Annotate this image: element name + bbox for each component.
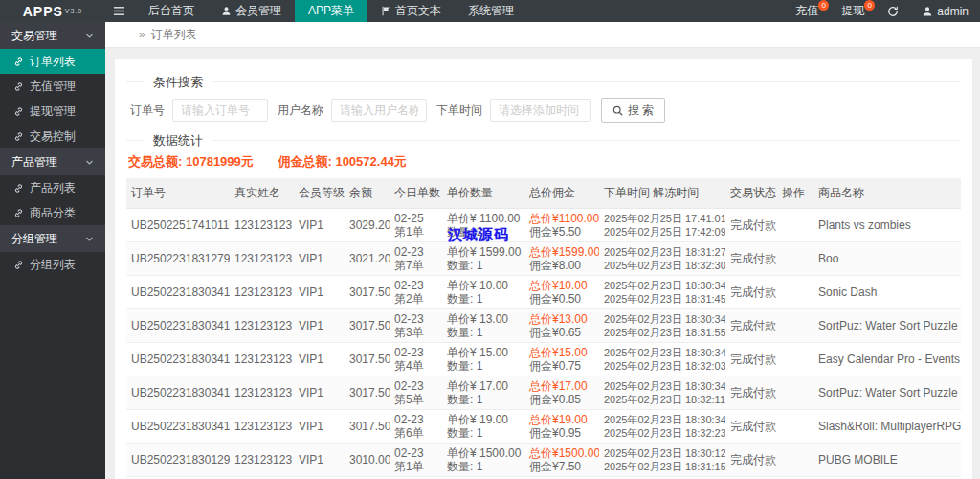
sidebar-item[interactable]: 分组列表 <box>0 252 105 277</box>
link-icon <box>13 57 24 67</box>
topbar: APPSV3.0 后台首页 会员管理 APP菜单 首页文本 系统管理 充值 0 … <box>0 0 980 22</box>
action-cell <box>777 410 813 444</box>
top-nav-item[interactable]: APP菜单 <box>295 0 368 22</box>
daily-count-cell: 02-23第6单 <box>390 410 442 444</box>
order-time-cell: 2025年02月23日 18:30:342025年02月23日 18:32:23 <box>599 410 725 444</box>
trade-total-value: 10781999元 <box>186 154 254 169</box>
column-header: 商品名称 <box>813 178 961 209</box>
action-cell <box>777 209 813 242</box>
real-name-cell: 123123123 <box>230 242 294 276</box>
sidebar-group-header[interactable]: 交易管理 <box>0 22 105 49</box>
balance-cell: 3017.50 <box>345 309 390 343</box>
unit-price-cell: 单价¥ 13.00数量: 1 <box>442 309 524 343</box>
product-name-cell: SortPuz: Water Sort Puzzle <box>813 309 961 343</box>
order-time-cell: 2025年02月23日 18:30:342025年02月23日 18:31:45 <box>599 276 725 309</box>
menu-toggle-icon[interactable] <box>105 0 135 22</box>
app-version: V3.0 <box>65 8 82 14</box>
top-nav-item[interactable]: 后台首页 <box>135 0 208 22</box>
table-row: UB2502231830341323 123123123 VIP1 3017.5… <box>126 376 961 410</box>
product-name-cell: Plants vs zombies <box>813 209 961 242</box>
unit-price-cell: 单价¥ 1100.00数量: 2 <box>442 209 524 242</box>
order-time-cell: 2025年02月23日 18:30:342025年02月23日 18:32:11 <box>599 376 725 410</box>
status-cell: 完成付款 <box>725 444 777 477</box>
top-nav-item[interactable]: 系统管理 <box>455 0 527 22</box>
top-nav-item[interactable]: 首页文本 <box>368 0 455 22</box>
action-cell <box>777 343 813 376</box>
balance-cell: 3017.50 <box>345 343 390 376</box>
admin-menu[interactable]: admin <box>910 0 980 22</box>
table-row: UB2502231830341235 123123123 VIP1 3017.5… <box>126 343 961 376</box>
chevron-down-icon <box>85 158 94 167</box>
order-time-label: 下单时间 <box>436 103 482 119</box>
table-row: UB2502231830341155 123123123 VIP1 3017.5… <box>126 309 961 343</box>
balance-cell: 3017.50 <box>345 276 390 309</box>
orders-table: 订单号真实姓名会员等级余额今日单数单价数量总价佣金下单时间 解冻时间交易状态操作… <box>126 178 961 479</box>
sidebar-group-header[interactable]: 产品管理 <box>0 148 105 175</box>
recharge-button[interactable]: 充值 0 <box>784 0 830 22</box>
order-id-cell: UB2502231830341033 <box>126 276 230 309</box>
search-form: 订单号 用户名称 下单时间 搜 索 <box>128 98 961 123</box>
stats-legend: 数据统计 <box>144 133 212 148</box>
sidebar-item[interactable]: 交易控制 <box>0 124 105 148</box>
sidebar-item[interactable]: 充值管理 <box>0 74 105 99</box>
unit-price-cell: 单价¥ 10.00数量: 1 <box>442 276 524 309</box>
total-commission-cell: 总价¥1500.00佣金¥7.50 <box>524 444 599 477</box>
order-id-cell: UB2502231831279576 <box>126 242 230 276</box>
person-icon <box>221 6 232 16</box>
order-time-cell: 2025年02月23日 18:31:272025年02月23日 18:32:30 <box>599 242 725 276</box>
top-nav-item[interactable]: 会员管理 <box>208 0 295 22</box>
balance-cell: 3029.20 <box>345 209 390 242</box>
breadcrumb-separator: » <box>139 28 145 41</box>
chevron-down-icon <box>85 32 94 40</box>
person-icon <box>922 6 933 17</box>
balance-cell: 3017.50 <box>345 410 390 444</box>
product-name-cell: Slash&Roll: MultiplayerRPG <box>813 410 961 444</box>
sidebar-item[interactable]: 产品列表 <box>0 175 105 200</box>
balance-cell: 3010.00 <box>345 444 390 477</box>
product-name-cell: Sonic Dash <box>813 276 961 309</box>
breadcrumb: » 订单列表 <box>105 22 980 48</box>
sidebar-item[interactable]: 提现管理 <box>0 99 105 124</box>
flag-icon <box>381 6 391 16</box>
search-button[interactable]: 搜 索 <box>601 98 665 123</box>
product-name-cell: SortPuz: Water Sort Puzzle <box>813 376 961 410</box>
order-time-cell: 2025年02月23日 18:30:342025年02月23日 18:32:03 <box>599 343 725 376</box>
product-name-cell: Boo <box>813 242 961 276</box>
balance-cell: 3021.20 <box>345 242 390 276</box>
unit-price-cell: 单价¥ 15.00数量: 1 <box>442 343 524 376</box>
breadcrumb-label: 订单列表 <box>151 27 197 43</box>
sidebar-item[interactable]: 商品分类 <box>0 200 105 225</box>
search-icon <box>612 105 623 116</box>
stats-line: 交易总额: 10781999元 佣金总额: 100572.44元 <box>128 153 961 171</box>
order-time-input[interactable] <box>490 99 591 122</box>
refresh-icon[interactable] <box>876 0 910 22</box>
trade-total-label: 交易总额: <box>128 154 182 169</box>
vip-level-cell: VIP1 <box>294 276 345 309</box>
commission-total-value: 100572.44元 <box>335 154 406 169</box>
topbar-right: 充值 0 提现 0 admin <box>784 0 980 22</box>
username-input[interactable] <box>331 99 427 122</box>
column-header: 总价佣金 <box>524 178 599 209</box>
status-cell: 完成付款 <box>725 276 777 309</box>
withdraw-button[interactable]: 提现 0 <box>830 0 876 22</box>
order-no-label: 订单号 <box>130 103 165 119</box>
vip-level-cell: VIP1 <box>294 444 345 477</box>
table-row: UB2502231830129876 123123123 VIP1 3010.0… <box>126 444 961 477</box>
column-header: 余额 <box>345 178 390 209</box>
real-name-cell: 123123123 <box>230 343 294 376</box>
table-body: UB2502251741011028 123123123 VIP1 3029.2… <box>126 209 961 479</box>
daily-count-cell: 02-23第3单 <box>390 309 442 343</box>
balance-cell: 3017.50 <box>345 376 390 410</box>
action-cell <box>777 276 813 309</box>
stats-fieldset: 数据统计 <box>126 140 961 141</box>
sidebar-item[interactable]: 订单列表 <box>0 49 105 74</box>
order-id-cell: UB2502231830341416 <box>126 410 230 444</box>
link-icon <box>13 81 24 92</box>
total-commission-cell: 总价¥13.00佣金¥0.65 <box>524 309 599 343</box>
recharge-badge: 0 <box>818 0 829 11</box>
product-name-cell: Easy Calendar Pro - Events & Appointment… <box>813 343 961 376</box>
sidebar-group-header[interactable]: 分组管理 <box>0 225 105 252</box>
order-no-input[interactable] <box>172 99 268 122</box>
total-commission-cell: 总价¥15.00佣金¥0.75 <box>524 343 599 376</box>
total-commission-cell: 总价¥19.00佣金¥0.95 <box>524 410 599 444</box>
